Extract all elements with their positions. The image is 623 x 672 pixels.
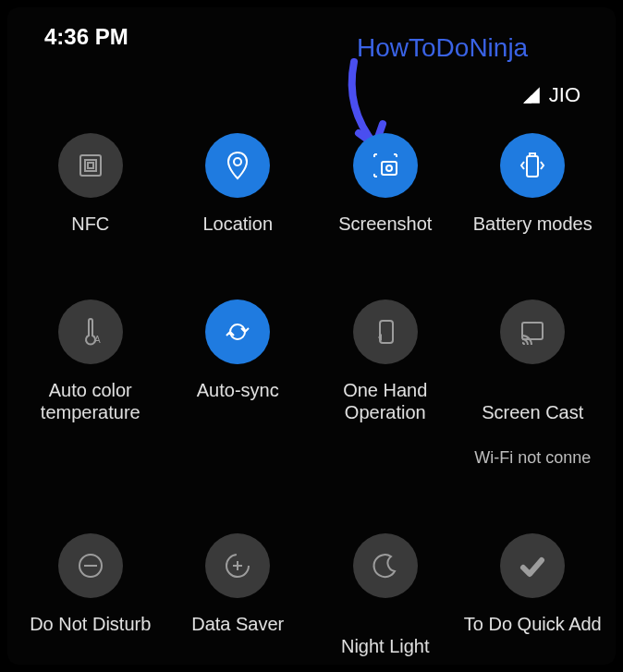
network-status: JIO bbox=[521, 83, 580, 107]
tile-label: Battery modes bbox=[473, 213, 592, 235]
tile-screenshot[interactable]: Screenshot bbox=[312, 133, 459, 235]
tile-label: Night Light On at sunset bbox=[338, 613, 433, 672]
svg-rect-7 bbox=[530, 153, 535, 156]
tile-todo-quick-add[interactable]: To Do Quick Add bbox=[459, 533, 607, 672]
tile-label: One Hand Operation bbox=[312, 379, 459, 423]
svg-text:A: A bbox=[94, 335, 101, 345]
tile-label: Data Saver bbox=[191, 613, 284, 635]
tile-label: To Do Quick Add bbox=[464, 613, 602, 635]
tile-auto-color-temp[interactable]: A Auto color temperature bbox=[17, 299, 165, 469]
watermark-text: HowToDoNinja bbox=[357, 33, 528, 63]
svg-rect-4 bbox=[382, 162, 397, 175]
location-icon bbox=[205, 133, 270, 198]
svg-rect-9 bbox=[380, 321, 393, 343]
tile-screen-cast[interactable]: Screen Cast Wi-Fi not conne bbox=[459, 299, 607, 469]
tiles-grid: NFC Location Screenshot bbox=[7, 133, 616, 672]
quick-settings-panel: 4:36 PM HowToDoNinja JIO NFC Location bbox=[7, 7, 616, 665]
tile-label: Screenshot bbox=[338, 213, 432, 235]
dnd-icon bbox=[58, 533, 123, 598]
svg-point-5 bbox=[386, 165, 392, 171]
thermometer-icon: A bbox=[58, 299, 123, 364]
moon-icon bbox=[353, 533, 418, 598]
cast-icon bbox=[500, 299, 565, 364]
tile-label: Do Not Disturb bbox=[30, 613, 151, 635]
tile-label: Auto color temperature bbox=[17, 379, 165, 423]
tile-label: Auto-sync bbox=[197, 379, 279, 401]
tile-label: Location bbox=[202, 213, 273, 235]
tile-dnd[interactable]: Do Not Disturb bbox=[17, 533, 165, 672]
signal-icon bbox=[521, 85, 542, 105]
tile-night-light[interactable]: Night Light On at sunset bbox=[312, 533, 459, 672]
tile-label: NFC bbox=[71, 213, 109, 235]
nfc-icon bbox=[58, 133, 123, 198]
tile-nfc[interactable]: NFC bbox=[17, 133, 165, 235]
battery-icon bbox=[500, 133, 565, 198]
tile-one-hand[interactable]: One Hand Operation bbox=[312, 299, 459, 469]
status-time: 4:36 PM bbox=[44, 24, 128, 50]
tile-data-saver[interactable]: Data Saver bbox=[165, 533, 312, 672]
tile-location[interactable]: Location bbox=[165, 133, 312, 235]
one-hand-icon bbox=[353, 299, 418, 364]
svg-rect-2 bbox=[88, 163, 93, 168]
svg-point-3 bbox=[234, 158, 241, 165]
tile-auto-sync[interactable]: Auto-sync bbox=[165, 299, 312, 469]
tile-label: Screen Cast Wi-Fi not conne bbox=[474, 379, 591, 469]
svg-rect-6 bbox=[527, 156, 538, 177]
tile-battery-modes[interactable]: Battery modes bbox=[459, 133, 607, 235]
check-icon bbox=[500, 533, 565, 598]
tile-sublabel: Wi-Fi not conne bbox=[474, 448, 591, 467]
screenshot-icon bbox=[353, 133, 418, 198]
svg-rect-0 bbox=[80, 155, 101, 176]
carrier-label: JIO bbox=[549, 83, 580, 107]
svg-rect-1 bbox=[85, 160, 96, 171]
data-saver-icon bbox=[205, 533, 270, 598]
sync-icon bbox=[205, 299, 270, 364]
